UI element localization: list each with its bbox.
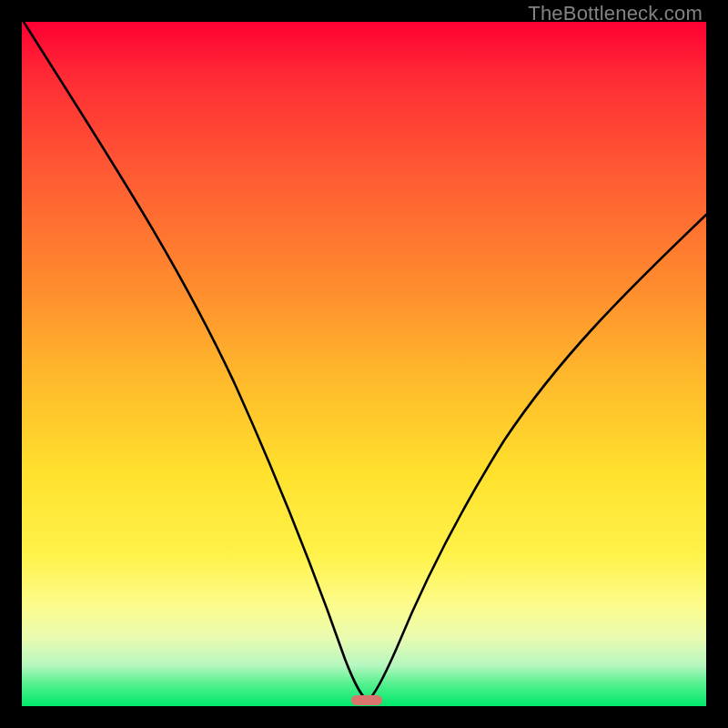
watermark-text: TheBottleneck.com — [528, 2, 703, 25]
curve-layer — [22, 22, 706, 706]
trough-marker — [351, 695, 382, 705]
bottleneck-curve — [24, 22, 706, 701]
plot-area — [22, 22, 706, 706]
chart-frame: TheBottleneck.com — [0, 0, 728, 728]
